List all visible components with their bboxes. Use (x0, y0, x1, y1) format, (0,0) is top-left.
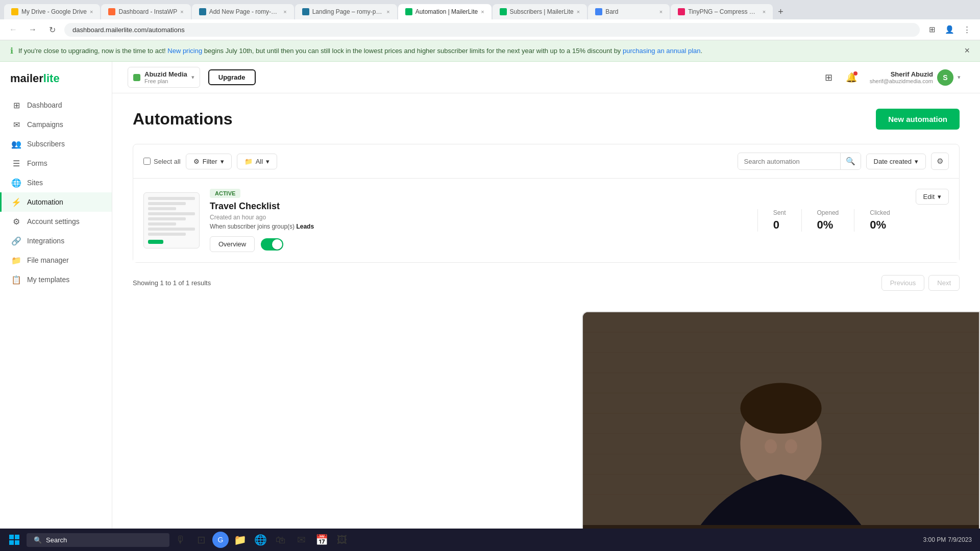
banner-text: If you're close to upgrading, now is the… (18, 47, 959, 55)
next-button[interactable]: Next (928, 275, 960, 291)
notifications-icon[interactable]: 🔔 (843, 69, 860, 86)
extensions-icon[interactable]: ⊞ (925, 22, 939, 37)
all-chevron-icon: ▾ (266, 158, 270, 165)
new-pricing-link[interactable]: New pricing (167, 47, 202, 55)
address-bar[interactable] (64, 23, 920, 37)
tab-label-instawp: Dashboard - InstaWP (118, 8, 177, 15)
windows-start-button[interactable] (4, 530, 24, 550)
tab-favicon-wp-landing (302, 8, 309, 15)
search-automation-input[interactable] (738, 154, 840, 169)
filter-button[interactable]: ⚙ Filter ▾ (186, 154, 232, 169)
reload-button[interactable]: ↻ (45, 22, 59, 37)
tab-ml-subscribers[interactable]: Subscribers | MailerLite × (493, 4, 587, 19)
search-automation-input-wrap: 🔍 (738, 153, 861, 170)
sidebar-label-account-settings: Account settings (27, 217, 80, 226)
date-sort-button[interactable]: Date created ▾ (866, 154, 926, 169)
tab-close-wp-landing[interactable]: × (386, 9, 389, 15)
taskbar-mail-icon[interactable]: ✉ (292, 531, 310, 549)
svg-point-15 (785, 439, 797, 454)
new-tab-button[interactable]: + (774, 5, 788, 19)
filter-chevron-icon: ▾ (220, 158, 224, 165)
new-automation-button[interactable]: New automation (876, 109, 960, 130)
all-filter-button[interactable]: 📁 All ▾ (237, 154, 277, 169)
tab-ml-automation[interactable]: Automation | MailerLite × (398, 4, 492, 19)
automation-toggle[interactable] (261, 238, 283, 251)
more-options-icon[interactable]: ⋮ (960, 22, 974, 37)
taskbar-date: 7/9/2023 (948, 536, 972, 543)
browser-toolbar: ← → ↻ ⊞ 👤 ⋮ (0, 19, 980, 40)
overview-button[interactable]: Overview (210, 236, 255, 252)
tab-wp-landing[interactable]: Landing Page – romy-po... × (295, 4, 397, 19)
tab-wp-add[interactable]: Add New Page - romy-po... × (192, 4, 294, 19)
tab-close-ml-automation[interactable]: × (481, 9, 484, 15)
sidebar-item-sites[interactable]: 🌐 Sites (0, 173, 112, 192)
tab-close-ml-subscribers[interactable]: × (577, 9, 580, 15)
tab-close-bard[interactable]: × (659, 9, 663, 15)
workspace-selector[interactable]: Abuzid Media Free plan ▾ (128, 67, 200, 88)
apps-grid-icon[interactable]: ⊞ (821, 69, 837, 86)
workspace-color-indicator (133, 74, 140, 81)
tab-close-tinypng[interactable]: × (763, 9, 766, 15)
thumb-line-1 (148, 197, 195, 200)
profile-icon[interactable]: 👤 (942, 22, 957, 37)
tab-tinypng[interactable]: TinyPNG – Compress We... × (671, 4, 773, 19)
tab-bard[interactable]: Bard × (588, 4, 670, 19)
taskbar-cortana-icon[interactable]: 🎙 (172, 531, 190, 549)
tab-google-drive[interactable]: My Drive - Google Drive × (4, 4, 100, 19)
logo-text: mailerlite (10, 72, 60, 85)
taskbar-store-icon[interactable]: 🛍 (272, 531, 290, 549)
filter-icon: ⚙ (193, 158, 200, 165)
date-sort-chevron-icon: ▾ (915, 158, 918, 165)
tab-close-wp-add[interactable]: × (283, 9, 286, 15)
advanced-filter-button[interactable]: ⚙ (931, 153, 949, 170)
stat-sent: Sent 0 (757, 209, 801, 232)
tab-close-instawp[interactable]: × (180, 9, 183, 15)
user-info[interactable]: Sherif Abuzid sherif@abuzidmedia.com S ▾ (866, 67, 965, 88)
tab-label-ml-automation: Automation | MailerLite (415, 8, 478, 15)
forward-button[interactable]: → (26, 22, 40, 37)
tab-label-wp-landing: Landing Page – romy-po... (312, 8, 384, 15)
sidebar-item-campaigns[interactable]: ✉ Campaigns (0, 115, 112, 134)
svg-point-14 (765, 439, 777, 454)
taskbar-calendar-icon[interactable]: 📅 (312, 531, 331, 549)
sidebar-item-dashboard[interactable]: ⊞ Dashboard (0, 95, 112, 115)
select-all-label: Select all (154, 158, 181, 165)
sidebar-item-subscribers[interactable]: 👥 Subscribers (0, 134, 112, 154)
sidebar-item-account-settings[interactable]: ⚙ Account settings (0, 212, 112, 231)
account-settings-icon: ⚙ (12, 217, 21, 226)
sidebar-item-file-manager[interactable]: 📁 File manager (0, 251, 112, 270)
taskbar-search-bar[interactable]: 🔍 Search (27, 533, 169, 547)
taskbar-edge-icon[interactable]: 🌐 (251, 531, 270, 549)
previous-button[interactable]: Previous (881, 275, 925, 291)
select-all-checkbox[interactable] (143, 158, 151, 165)
sidebar-item-forms[interactable]: ☰ Forms (0, 154, 112, 173)
banner-close-icon[interactable]: × (964, 45, 970, 56)
sidebar-item-integrations[interactable]: 🔗 Integrations (0, 231, 112, 251)
taskbar-task-view-icon[interactable]: ⊡ (192, 531, 210, 549)
sidebar-item-automation[interactable]: ⚡ Automation (0, 192, 112, 212)
annual-plan-link[interactable]: purchasing an annual plan (623, 47, 701, 55)
tab-favicon-google (11, 8, 18, 15)
taskbar-file-explorer-icon[interactable]: 📁 (231, 531, 249, 549)
sidebar-label-subscribers: Subscribers (27, 140, 65, 148)
sidebar-item-my-templates[interactable]: 📋 My templates (0, 270, 112, 289)
card-actions: Overview (210, 236, 747, 252)
taskbar-chrome-icon[interactable]: G (212, 532, 229, 548)
thumb-line-8 (148, 233, 186, 236)
tab-favicon-wp-add (199, 8, 206, 15)
tab-instawp[interactable]: Dashboard - InstaWP × (101, 4, 190, 19)
pagination-row: Showing 1 to 1 of 1 results Previous Nex… (133, 267, 960, 299)
search-button[interactable]: 🔍 (840, 153, 861, 169)
video-overlay (582, 311, 980, 551)
taskbar-time: 3:00 PM (923, 536, 946, 543)
workspace-info: Abuzid Media Free plan (144, 70, 187, 84)
select-all-checkbox-label[interactable]: Select all (143, 158, 181, 165)
banner-info-icon: ℹ (10, 46, 13, 56)
campaigns-icon: ✉ (12, 120, 21, 129)
thumb-line-4 (148, 212, 195, 215)
upgrade-button[interactable]: Upgrade (208, 69, 256, 85)
edit-button[interactable]: Edit ▾ (916, 189, 949, 205)
tab-close-google-drive[interactable]: × (90, 9, 93, 15)
back-button[interactable]: ← (6, 22, 20, 37)
taskbar-photos-icon[interactable]: 🖼 (333, 531, 351, 549)
